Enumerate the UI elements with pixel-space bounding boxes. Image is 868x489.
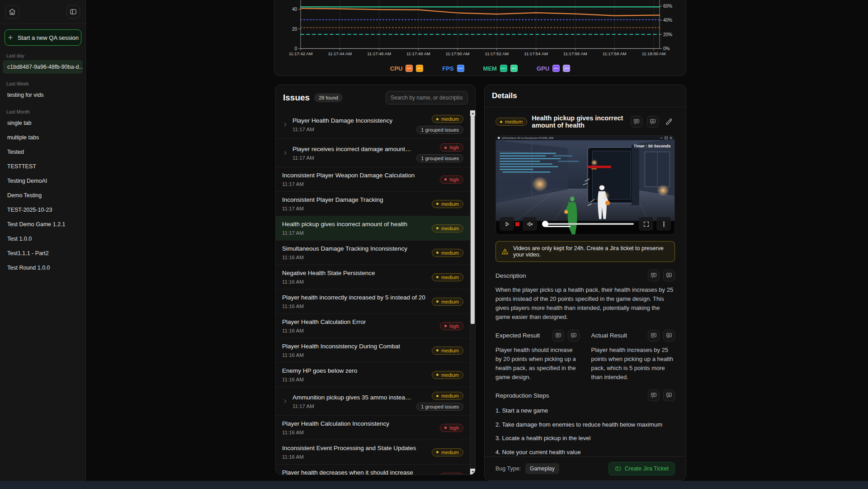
issue-video-player[interactable]: QACartGame x64 on Development PCD3D_SM6	[495, 135, 675, 235]
create-jira-ticket-label: Create Jira Ticket	[625, 465, 669, 472]
legend-item-mem: MEM	[483, 65, 518, 72]
svg-text:11:17:50 AM: 11:17:50 AM	[446, 51, 470, 56]
video-fullscreen-button[interactable]	[639, 217, 653, 231]
issue-row[interactable]: Player Health Damage Inconsistency 11:17…	[276, 110, 470, 139]
sidebar-session-item[interactable]: Test Demo Game 1.2.1	[3, 218, 83, 231]
issue-row[interactable]: Player receives incorrect damage amount …	[276, 139, 470, 167]
sidebar-session-item[interactable]: c1bd8487-9a96-48fb-90ba-d...	[3, 60, 83, 74]
legend-item-fps: FPS	[442, 65, 464, 72]
issue-row[interactable]: Enemy HP goes below zero 11:16 AM medium	[276, 363, 470, 387]
actual-feedback-positive-button[interactable]	[663, 330, 675, 342]
legend-swatch[interactable]	[500, 65, 507, 72]
sidebar-session-item[interactable]: multiple tabs	[3, 131, 83, 144]
feedback-negative-button[interactable]	[631, 116, 642, 128]
sidebar-session-item[interactable]: TESTTEST	[3, 160, 83, 173]
new-qa-session-button[interactable]: Start a new QA session	[5, 29, 81, 46]
chart-legend: CPUFPSMEMGPU	[274, 65, 686, 72]
chevron-right-icon[interactable]	[282, 398, 288, 404]
issue-time: 11:16 AM	[282, 328, 366, 333]
issue-row[interactable]: Negative Health State Persistence 11:16 …	[276, 265, 470, 290]
video-progress-bar[interactable]	[546, 223, 634, 225]
description-feedback-positive-button[interactable]	[663, 270, 675, 281]
sidebar-session-item[interactable]: Test Round 1.0.0	[3, 261, 83, 275]
issue-time: 11:16 AM	[282, 454, 416, 460]
sidebar-session-item[interactable]: Test1.1.1 - Part2	[3, 247, 83, 260]
detail-issue-title: Health pickup gives incorrect amount of …	[532, 114, 626, 129]
thumbs-down-bubble-icon	[651, 272, 657, 279]
feedback-positive-button[interactable]	[647, 116, 659, 128]
expected-result-text: Player health should increase by 20 poin…	[495, 346, 580, 382]
scrollbar-down-arrow[interactable]	[470, 469, 475, 475]
video-controls	[496, 216, 675, 232]
create-jira-ticket-button[interactable]: Create Jira Ticket	[609, 462, 675, 475]
details-panel-title: Details	[485, 85, 686, 107]
edit-title-button[interactable]	[663, 116, 675, 128]
home-button[interactable]	[5, 5, 19, 19]
issue-row[interactable]: Player health incorrectly increased by 5…	[276, 290, 470, 314]
issue-row[interactable]: Player health decreases when it should i…	[276, 465, 470, 475]
video-window-title: QACartGame x64 on Development PCD3D_SM6	[502, 137, 554, 139]
sidebar-session-item[interactable]: single tab	[3, 116, 83, 130]
issues-panel-title: Issues	[283, 93, 310, 103]
issue-row[interactable]: Player Health Calculation Inconsistency …	[276, 416, 470, 440]
sidebar-session-item[interactable]: Test 1.0.0	[3, 232, 83, 246]
severity-badge: high	[440, 143, 463, 152]
issue-row[interactable]: Ammunition pickup gives 35 ammo instead …	[276, 387, 470, 416]
sidebar-session-item[interactable]: Demo Testing	[3, 189, 83, 202]
actual-feedback-negative-button[interactable]	[648, 330, 660, 342]
repro-step: 1. Start a new game	[495, 406, 675, 415]
issue-row[interactable]: Inconsistent Event Processing and State …	[276, 440, 470, 465]
legend-swatch[interactable]	[563, 65, 570, 72]
video-menu-button[interactable]	[656, 217, 671, 231]
legend-item-gpu: GPU	[537, 65, 570, 72]
scrollbar-up-arrow[interactable]	[470, 110, 475, 116]
repro-feedback-positive-button[interactable]	[663, 389, 675, 401]
issue-time: 11:17 AM	[292, 404, 412, 409]
sidebar-session-item[interactable]: Tested	[3, 145, 83, 159]
svg-text:0%: 0%	[663, 46, 670, 51]
issue-title: Player health decreases when it should i…	[282, 469, 413, 475]
issues-panel: Issues 28 found Player Health Damage Inc…	[275, 85, 476, 475]
legend-swatch[interactable]	[510, 65, 518, 72]
legend-swatch[interactable]	[416, 65, 423, 72]
sidebar-session-item[interactable]: testing for vids	[3, 88, 83, 102]
issue-row[interactable]: Health pickup gives incorrect amount of …	[276, 216, 470, 241]
issues-search-input[interactable]	[386, 91, 468, 104]
sidebar-toggle-button[interactable]	[66, 5, 80, 19]
video-progress-knob[interactable]	[542, 221, 548, 227]
chevron-right-icon[interactable]	[282, 150, 288, 156]
issue-row[interactable]: Simultaneous Damage Tracking Inconsisten…	[276, 241, 470, 265]
description-feedback-negative-button[interactable]	[648, 270, 660, 281]
issue-row[interactable]: Player Health Inconsistency During Comba…	[276, 338, 470, 363]
expected-feedback-negative-button[interactable]	[552, 330, 564, 342]
video-play-button[interactable]	[500, 217, 514, 231]
issues-scrollbar[interactable]	[470, 110, 475, 475]
legend-swatch[interactable]	[552, 65, 560, 72]
legend-swatch[interactable]	[457, 65, 464, 72]
expected-feedback-positive-button[interactable]	[568, 330, 580, 342]
scrollbar-thumb[interactable]	[471, 116, 475, 324]
thumbs-down-bubble-icon	[651, 392, 657, 399]
issue-time: 11:17 AM	[292, 127, 392, 132]
kebab-menu-icon	[660, 221, 667, 228]
issue-time: 11:16 AM	[282, 352, 400, 358]
issue-row[interactable]: Inconsistent Player Damage Tracking 11:1…	[276, 192, 470, 216]
chevron-right-icon[interactable]	[282, 121, 288, 128]
sidebar-top	[0, 0, 85, 24]
repro-feedback-negative-button[interactable]	[648, 389, 660, 401]
issue-row[interactable]: Player Health Calculation Error 11:16 AM…	[276, 314, 470, 338]
issue-time: 11:17 AM	[282, 181, 415, 187]
issue-time: 11:16 AM	[282, 304, 425, 309]
session-group-label: Last Month	[6, 109, 79, 114]
legend-label: MEM	[483, 65, 497, 72]
expected-result-label: Expected Result	[495, 332, 549, 339]
sidebar-session-item[interactable]: Testing DemoAI	[3, 174, 83, 188]
sidebar-session-item[interactable]: TEST-2025-10-23	[3, 203, 83, 217]
video-mute-button[interactable]	[523, 217, 537, 231]
legend-swatch[interactable]	[406, 65, 413, 72]
warning-triangle-icon	[501, 248, 509, 255]
issue-title: Negative Health State Persistence	[282, 270, 375, 276]
issue-row[interactable]: Inconsistent Player Weapon Damage Calcul…	[276, 167, 470, 192]
record-indicator	[515, 222, 519, 226]
video-progress-track[interactable]	[540, 222, 636, 226]
